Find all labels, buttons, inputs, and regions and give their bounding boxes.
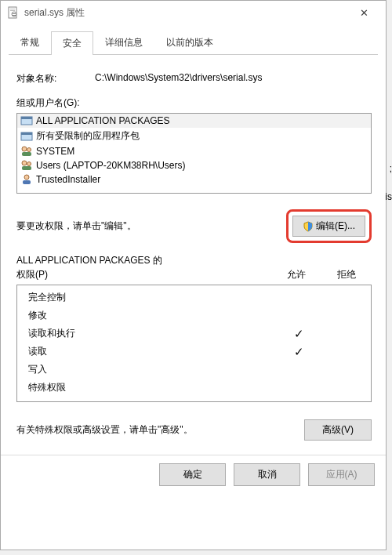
perm-row: 修改 <box>24 307 365 325</box>
svg-rect-5 <box>13 15 16 16</box>
advanced-button-label: 高级(V) <box>322 424 354 435</box>
tab-strip: 常规 安全 详细信息 以前的版本 <box>1 24 386 54</box>
list-item[interactable]: SYSTEM <box>17 144 371 158</box>
list-item[interactable]: ALL APPLICATION PACKAGES <box>17 114 371 128</box>
perm-name: 写入 <box>24 363 277 376</box>
perm-title-suffix: 权限(P) <box>16 268 48 281</box>
edit-button-label: 编辑(E)... <box>316 219 355 233</box>
window-title: serial.sys 属性 <box>24 6 348 20</box>
list-item-label: Users (LAPTOP-20KM38RH\Users) <box>36 160 186 171</box>
perm-name: 特殊权限 <box>24 381 277 394</box>
list-item[interactable]: TrustedInstaller <box>17 172 371 187</box>
groups-listbox[interactable]: ALL APPLICATION PACKAGES 所有受限制的应用程序包 SYS… <box>16 113 372 194</box>
tab-security[interactable]: 安全 <box>51 31 93 55</box>
perm-name: 读取 <box>24 345 277 358</box>
ok-label: 确定 <box>183 469 202 480</box>
edit-row: 要更改权限，请单击"编辑"。 编辑(E)... <box>16 209 372 243</box>
object-row: 对象名称: C:\Windows\System32\drivers\serial… <box>16 72 372 85</box>
list-item-label: SYSTEM <box>36 146 74 157</box>
svg-rect-15 <box>22 166 31 170</box>
advanced-row: 有关特殊权限或高级设置，请单击"高级"。 高级(V) <box>16 419 372 441</box>
svg-point-13 <box>22 161 27 165</box>
tab-security-label: 安全 <box>63 38 82 49</box>
perm-row: 读取和执行 ✓ <box>24 325 365 343</box>
allow-header: 允许 <box>287 268 306 281</box>
tab-content: 对象名称: C:\Windows\System32\drivers\serial… <box>1 55 386 441</box>
tab-previous-label: 以前的版本 <box>166 37 213 48</box>
edit-button[interactable]: 编辑(E)... <box>292 216 365 237</box>
svg-point-16 <box>24 175 29 180</box>
perm-row: 读取 ✓ <box>24 343 365 361</box>
svg-rect-2 <box>10 10 15 11</box>
cancel-label: 取消 <box>258 469 277 480</box>
apply-label: 应用(A) <box>326 469 358 480</box>
permissions-box: 完全控制 修改 读取和执行 ✓ 读取 ✓ 写入 <box>16 285 372 402</box>
svg-point-10 <box>22 147 27 151</box>
svg-rect-17 <box>23 180 31 184</box>
perm-row: 特殊权限 <box>24 379 365 397</box>
shield-icon <box>303 221 314 232</box>
check-icon: ✓ <box>277 327 321 341</box>
tab-details-label: 详细信息 <box>105 37 143 48</box>
svg-rect-4 <box>13 13 16 14</box>
footer: 确定 取消 应用(A) <box>1 455 386 494</box>
list-item[interactable]: 所有受限制的应用程序包 <box>17 128 371 144</box>
apply-button[interactable]: 应用(A) <box>308 463 375 486</box>
svg-point-14 <box>27 162 31 166</box>
package-icon <box>20 131 33 142</box>
tab-general-label: 常规 <box>20 37 39 48</box>
list-item-label: TrustedInstaller <box>36 174 100 185</box>
check-icon: ✓ <box>277 345 321 359</box>
advanced-hint: 有关特殊权限或高级设置，请单击"高级"。 <box>16 423 193 437</box>
list-item[interactable]: Users (LAPTOP-20KM38RH\Users) <box>17 158 371 172</box>
svg-rect-7 <box>21 117 32 119</box>
svg-rect-12 <box>22 152 31 156</box>
side-mark: ; <box>390 163 392 174</box>
perm-name: 修改 <box>24 309 277 322</box>
tab-details[interactable]: 详细信息 <box>93 31 154 54</box>
properties-dialog: serial.sys 属性 ✕ 常规 安全 详细信息 以前的版本 对象名称: C… <box>0 0 387 550</box>
deny-header: 拒绝 <box>337 268 356 281</box>
object-label: 对象名称: <box>16 72 95 85</box>
tab-general[interactable]: 常规 <box>9 31 51 54</box>
perm-title-prefix: ALL APPLICATION PACKAGES 的 <box>16 254 372 267</box>
file-icon <box>7 6 20 19</box>
ok-button[interactable]: 确定 <box>159 463 226 486</box>
advanced-button[interactable]: 高级(V) <box>304 419 372 441</box>
perm-name: 完全控制 <box>24 291 277 304</box>
perm-row: 写入 <box>24 361 365 379</box>
svg-rect-9 <box>21 132 32 135</box>
user-icon <box>20 174 33 185</box>
package-icon <box>20 115 33 126</box>
object-path: C:\Windows\System32\drivers\serial.sys <box>95 72 372 85</box>
perm-name: 读取和执行 <box>24 327 277 340</box>
list-item-label: ALL APPLICATION PACKAGES <box>36 115 170 126</box>
perm-header: 权限(P) 允许 拒绝 <box>16 268 372 281</box>
svg-point-11 <box>27 148 31 152</box>
users-icon <box>20 160 33 171</box>
cancel-button[interactable]: 取消 <box>234 463 300 486</box>
list-item-label: 所有受限制的应用程序包 <box>36 129 140 143</box>
users-icon <box>20 146 33 157</box>
edit-highlight: 编辑(E)... <box>286 209 372 243</box>
close-icon[interactable]: ✕ <box>348 7 379 19</box>
titlebar: serial.sys 属性 ✕ <box>1 1 386 24</box>
svg-rect-1 <box>10 9 15 9</box>
perm-row: 完全控制 <box>24 288 365 307</box>
side-mark: is <box>385 191 392 202</box>
edit-hint: 要更改权限，请单击"编辑"。 <box>16 219 136 233</box>
groups-label: 组或用户名(G): <box>16 96 372 110</box>
tab-previous[interactable]: 以前的版本 <box>154 31 225 54</box>
